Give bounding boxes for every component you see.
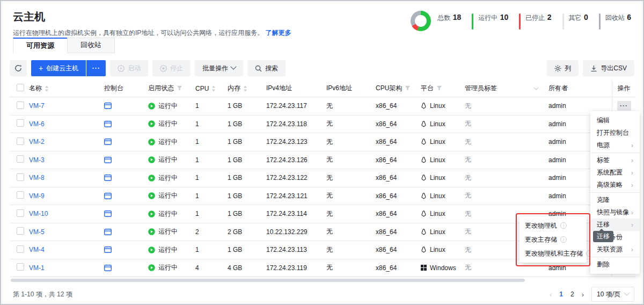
chevron-right-icon: › [631,246,633,253]
menu-item[interactable]: 快照与镜像 › [590,206,640,219]
row-checkbox[interactable] [17,209,24,217]
export-csv-button[interactable]: 导出CSV [583,60,634,76]
memory-value: 1 GB [228,192,266,200]
menu-item[interactable]: 高级策略 › [590,179,640,191]
console-icon[interactable] [104,139,148,145]
refresh-icon [14,64,22,72]
menu-item-label: 高级策略 [597,180,623,190]
console-icon[interactable] [104,193,148,199]
platform-label: Linux [430,120,445,128]
row-checkbox[interactable] [17,245,24,253]
next-page-button[interactable]: › [582,291,584,299]
ipv4-value: 172.24.23.119 [266,264,326,272]
row-checkbox[interactable] [17,155,24,163]
table-header: 名称 控制台 启用状态 CPU 内存 IPv4地址 IPv6地址 CPU架构 平… [10,80,635,97]
menu-item[interactable]: 编辑 › [590,114,640,127]
submenu-item[interactable]: 更改主存储 i [519,233,587,246]
vm-name-link[interactable]: VM-10 [29,210,48,217]
horizontal-scrollbar[interactable] [11,279,525,282]
row-checkbox[interactable] [17,263,24,271]
menu-item[interactable]: 标签 › [590,154,640,166]
page-2-button[interactable]: 2 [570,291,574,298]
create-vm-button[interactable]: + 创建云主机 [31,60,86,76]
admin-tag-value: 无 [465,101,548,111]
submenu-item[interactable]: 更改物理机 i [519,219,587,233]
vm-name-link[interactable]: VM-3 [29,156,45,164]
running-status-icon [148,103,155,110]
menu-item[interactable]: 电源 › [590,139,640,151]
cpu-value: 1 [195,210,228,217]
filter-icon[interactable] [177,85,182,91]
submenu-item[interactable]: 更改物理机和主存储 i [519,246,587,260]
menu-item[interactable]: 迁移 › [590,219,640,231]
chevron-down-icon[interactable] [533,87,539,90]
console-icon[interactable] [104,157,148,163]
console-icon[interactable] [104,246,148,253]
status-label: 运行中 [158,137,178,147]
vm-name-link[interactable]: VM-4 [29,246,45,253]
console-icon[interactable] [104,103,148,109]
batch-actions-button[interactable]: 批量操作 [195,60,243,76]
search-button[interactable]: 搜索 [247,60,286,76]
row-checkbox[interactable] [17,191,24,199]
page-subtitle-text: 运行在物理机上的虚拟机实例，具有独立的IP地址，可以访问公共网络，运行应用服务。 [13,29,264,37]
memory-value: 2 GB [228,228,266,236]
console-icon[interactable] [104,121,148,127]
vm-name-link[interactable]: VM-1 [29,264,45,272]
start-button[interactable]: 启动 [110,60,148,76]
console-icon[interactable] [104,265,148,271]
page-size-select[interactable]: 10 项/页 [591,287,634,302]
ipv6-value: 无 [326,101,376,111]
select-all-checkbox[interactable] [17,84,24,91]
status-label: 运行中 [158,119,178,128]
menu-item[interactable]: 系统配置 › [590,166,640,179]
admin-tag-value: 无 [465,137,548,147]
page-1-button[interactable]: 1 [559,291,563,298]
console-icon[interactable] [104,229,148,235]
menu-item[interactable]: 打开控制台 › [590,127,640,139]
learn-more-link[interactable]: 了解更多 [266,29,291,37]
menu-item-label: 打开控制台 [597,128,629,137]
linux-icon [421,210,427,217]
menu-item[interactable]: 关联资源 › [590,243,640,256]
refresh-button[interactable] [10,60,27,76]
sort-icon[interactable] [45,85,49,92]
stop-button[interactable]: 停止 [152,60,191,76]
vm-name-link[interactable]: VM-9 [29,192,45,200]
row-checkbox[interactable] [17,119,24,127]
vm-name-link[interactable]: VM-5 [29,228,45,236]
stat-value: 10 [500,13,509,21]
menu-item[interactable]: 删除 › [590,258,640,271]
tab[interactable]: 回收站 [67,38,115,53]
migrate-tooltip: 迁移 [593,231,613,242]
filter-icon[interactable] [405,85,411,91]
ipv4-value: 172.24.23.118 [266,120,326,128]
row-actions-button[interactable]: ··· [617,101,631,111]
vm-name-link[interactable]: VM-6 [29,120,45,128]
admin-tag-value: 无 [465,263,548,272]
menu-group: 删除 › [590,257,640,272]
sort-icon[interactable] [211,85,216,92]
menu-item[interactable]: 克隆 › [590,194,640,206]
platform-label: Linux [430,246,445,253]
console-icon[interactable] [104,175,148,181]
row-checkbox[interactable] [17,137,24,145]
tab[interactable]: 可用资源 [13,38,68,53]
filter-icon[interactable] [436,85,442,91]
sort-icon[interactable] [243,85,247,92]
stat-label: 其它 [569,14,582,21]
stat-value: 0 [584,13,588,21]
memory-value: 1 GB [228,120,266,128]
vm-name-link[interactable]: VM-7 [29,102,45,110]
console-icon[interactable] [104,210,148,217]
menu-group: 编辑 › 打开控制台 › 电源 › [590,113,640,152]
row-checkbox[interactable] [17,173,24,181]
create-more-button[interactable]: ··· [86,60,106,76]
vm-name-link[interactable]: VM-8 [29,174,45,181]
row-checkbox[interactable] [17,101,24,109]
row-checkbox[interactable] [17,227,24,235]
columns-button[interactable]: 列 [547,60,579,76]
vm-name-link[interactable]: VM-2 [29,138,45,146]
stat-label: 运行中 [478,14,497,21]
prev-page-button[interactable]: ‹ [550,291,552,299]
